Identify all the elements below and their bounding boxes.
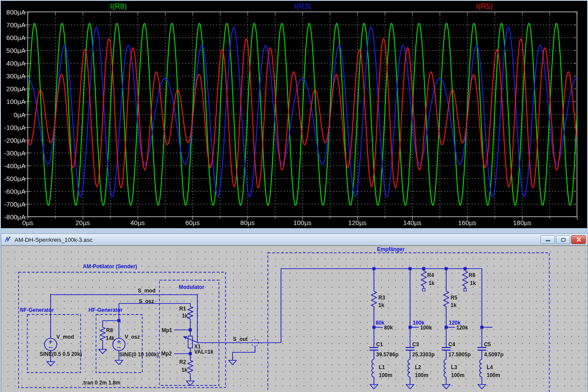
resistor-value[interactable]: 14k [106, 335, 115, 341]
y-tick-label: 0µA [1, 111, 26, 118]
resistor-name[interactable]: R5 [451, 295, 458, 301]
resistor-R1[interactable] [188, 307, 193, 319]
ground-icon[interactable] [99, 349, 107, 354]
net-label-Mp1[interactable]: Mp1 [162, 327, 172, 333]
close-icon [576, 237, 581, 242]
inductor-name[interactable]: L3 [451, 364, 457, 370]
inductor-value[interactable]: 100m [451, 372, 465, 378]
capacitor-value[interactable]: 25.3303p [412, 351, 435, 358]
ground-icon[interactable] [370, 385, 378, 389]
inductor-name[interactable]: L1 [379, 364, 385, 370]
resistor-name[interactable]: R2 [179, 359, 186, 365]
potentiometer-X1[interactable] [188, 336, 192, 348]
resistor-value[interactable]: 1k [470, 280, 476, 286]
resistor-R6[interactable] [462, 271, 468, 286]
net-name-80k[interactable]: 80k [376, 320, 385, 326]
inductor-value[interactable]: 100m [379, 372, 392, 378]
resistor-R5[interactable] [444, 291, 449, 307]
net-label-S_mod[interactable]: S_mod [138, 288, 155, 294]
resistor-R2[interactable] [188, 360, 193, 374]
legend-trace-I(R8)[interactable]: I(R8) [110, 2, 127, 11]
y-tick-label: -500µA [1, 175, 26, 182]
capacitor-value[interactable]: 17.5905p [448, 351, 471, 358]
y-tick-label: 600µA [1, 34, 26, 41]
source-value[interactable]: SINE(0.5 0.5 20k) [40, 351, 82, 357]
source-name[interactable]: V_mod [56, 334, 74, 340]
x-tick-label: 100µs [293, 219, 311, 226]
schematic-titlebar[interactable]: AM-DH-Sperrkreis_100k-3.asc [1, 234, 588, 245]
net-label-S_osz[interactable]: S_osz [139, 298, 154, 304]
open-terminal[interactable] [422, 288, 425, 291]
resistor-value[interactable]: 1k [181, 367, 188, 373]
potentiometer-value[interactable]: VAL=1k [194, 349, 214, 355]
net-label-S_out[interactable]: S_out [233, 336, 248, 342]
capacitor-name[interactable]: C5 [484, 341, 491, 348]
resistor-value[interactable]: 1k [378, 302, 385, 308]
ground-icon[interactable] [442, 385, 450, 389]
y-tick-label: -300µA [1, 149, 26, 157]
inductor-value[interactable]: 100m [487, 372, 500, 378]
y-tick-label: 800µA [1, 8, 26, 16]
junction-dot [445, 267, 448, 270]
junction-dot [409, 326, 412, 329]
inductor-name[interactable]: L4 [487, 364, 493, 370]
minimize-button[interactable] [540, 235, 555, 244]
resistor-R8[interactable] [100, 327, 105, 340]
resistor-name[interactable]: R4 [427, 272, 434, 278]
inductor-name[interactable]: L2 [415, 364, 421, 370]
ground-icon[interactable] [478, 385, 486, 389]
resistor-value[interactable]: 1k [451, 302, 457, 308]
wire[interactable] [233, 346, 255, 360]
ground-icon[interactable] [115, 360, 123, 365]
waveform-pane: I(R8)I(R3)I(R5) 800µA700µA600µA500µA400µ… [1, 1, 587, 228]
resistor-value[interactable]: 1k [182, 313, 188, 319]
net-label-Mp2[interactable]: Mp2 [161, 351, 172, 357]
spice-directive[interactable]: .tran 0 2m 1.8m [82, 380, 120, 386]
resistor-name[interactable]: R3 [378, 295, 385, 301]
net-name-100k[interactable]: 100k [413, 320, 425, 326]
capacitor-value[interactable]: 39.5786p [376, 351, 399, 358]
group-label[interactable]: Modulator [179, 284, 204, 290]
resistor-R3[interactable] [371, 291, 377, 307]
capacitor-name[interactable]: C3 [412, 341, 419, 348]
junction-dot [445, 326, 448, 329]
schematic-canvas[interactable]: AM-Potilator (Sender)NF-GeneratorHF-Gene… [1, 245, 588, 392]
close-button[interactable] [571, 235, 586, 244]
group-label[interactable]: Empfänger [377, 246, 405, 252]
group-label[interactable]: HF-Generator [89, 307, 123, 313]
resistor-name[interactable]: R1 [179, 306, 186, 312]
group-box-Empfänger[interactable] [268, 253, 549, 392]
legend-trace-I(R5)[interactable]: I(R5) [476, 2, 493, 11]
inductor-L3[interactable] [444, 359, 446, 377]
capacitor-value[interactable]: 4.5097p [484, 351, 503, 358]
minimize-icon [545, 237, 551, 242]
resistor-name[interactable]: R6 [469, 272, 476, 278]
net-label-80k[interactable]: 80k [384, 325, 393, 331]
open-terminal[interactable] [464, 288, 466, 291]
resistor-R4[interactable] [421, 271, 426, 286]
waveform-plot-canvas[interactable] [1, 1, 587, 228]
resistor-value[interactable]: 1k [429, 280, 435, 286]
restore-button[interactable] [556, 235, 570, 244]
ground-icon[interactable] [186, 381, 194, 385]
group-label[interactable]: NF-Generator [20, 307, 54, 313]
source-value[interactable]: SINE(0 10 100k) [119, 351, 159, 358]
ground-icon[interactable] [229, 360, 237, 365]
capacitor-name[interactable]: C4 [448, 341, 455, 348]
legend-trace-I(R3)[interactable]: I(R3) [294, 2, 311, 11]
group-label[interactable]: AM-Potilator (Sender) [83, 263, 137, 270]
resistor-name[interactable]: R8 [106, 327, 113, 333]
inductor-L1[interactable] [372, 359, 374, 377]
ground-icon[interactable] [406, 385, 414, 389]
ground-icon[interactable] [47, 362, 55, 366]
x-tick-label: 0µs [22, 219, 33, 226]
net-name-120k[interactable]: 120k [449, 320, 461, 326]
inductor-L2[interactable] [408, 359, 410, 377]
plus-sign [117, 340, 121, 344]
junction-dot [409, 267, 412, 270]
source-name[interactable]: V_osz [125, 334, 140, 340]
inductor-value[interactable]: 100m [415, 372, 429, 378]
capacitor-name[interactable]: C1 [376, 341, 383, 348]
group-box-NF-Generator[interactable] [27, 314, 81, 373]
inductor-L4[interactable] [480, 359, 482, 377]
